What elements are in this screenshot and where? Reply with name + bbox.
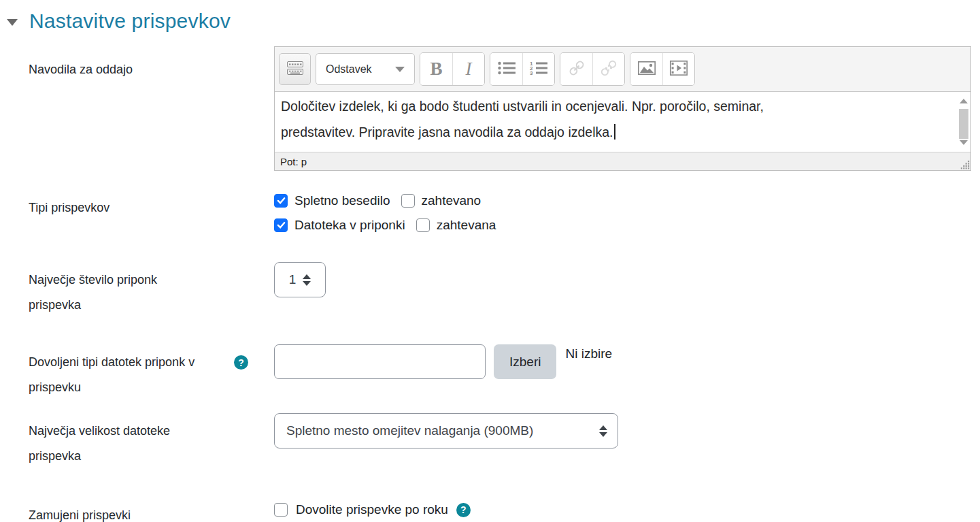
- submission-settings-section: Nastavitve prispevkov Navodila za oddajo: [0, 0, 980, 522]
- check-icon: [277, 196, 286, 205]
- select-spinner-icon: [303, 274, 311, 286]
- max-attachments-value: 1: [289, 272, 297, 287]
- insert-image-button[interactable]: [630, 53, 662, 85]
- file-submission-label[interactable]: Datoteka v priponki: [294, 216, 405, 234]
- row-max-attachments: Največje število priponk prispevka 1: [0, 262, 980, 318]
- editor-content-area[interactable]: Določitev izdelek, ki ga bodo študenti u…: [275, 92, 970, 152]
- editor-status-bar: Pot: p: [275, 152, 970, 170]
- media-icon: [669, 60, 688, 79]
- bullet-list-icon: [496, 60, 517, 79]
- chevron-down-icon: [395, 67, 405, 72]
- unlink-icon: [600, 59, 618, 80]
- file-types-input[interactable]: [274, 344, 486, 379]
- submission-type-row-online-text: Spletno besedilo zahtevano: [274, 191, 980, 210]
- list-button-group: 123: [490, 52, 555, 86]
- section-header: Nastavitve prispevkov: [7, 10, 980, 33]
- toolbar-toggle-icon: [286, 61, 305, 78]
- editor-text-line1: Določitev izdelek, ki ga bodo študenti u…: [281, 99, 764, 114]
- link-icon: [568, 59, 586, 80]
- numbered-list-icon: 123: [528, 60, 549, 79]
- format-button-group: B I: [420, 52, 485, 86]
- accepted-file-types-label: Dovoljeni tipi datotek priponk v prispev…: [0, 344, 274, 400]
- editor-toolbar: Odstavek B I: [275, 47, 970, 92]
- online-text-checkbox[interactable]: [274, 194, 288, 208]
- max-attachments-label: Največje število priponk prispevka: [0, 262, 274, 318]
- row-submission-types: Tipi prispevkov Spletno besedilo zahteva…: [0, 191, 980, 240]
- row-accepted-file-types: Dovoljeni tipi datotek priponk v prispev…: [0, 344, 980, 400]
- file-submission-required-checkbox[interactable]: [416, 218, 430, 232]
- instructions-label: Navodila za oddajo: [0, 46, 274, 82]
- check-icon: [277, 221, 286, 229]
- image-icon: [637, 60, 656, 79]
- section-title[interactable]: Nastavitve prispevkov: [29, 10, 231, 33]
- toolbar-toggle-button[interactable]: [279, 53, 311, 85]
- bold-icon: B: [430, 59, 442, 80]
- online-text-required-label[interactable]: zahtevano: [422, 191, 481, 210]
- editor-text: Določitev izdelek, ki ga bodo študenti u…: [275, 92, 970, 146]
- submission-types-label: Tipi prispevkov: [0, 191, 274, 221]
- numbered-list-button[interactable]: 123: [522, 53, 554, 85]
- paragraph-format-value: Odstavek: [326, 63, 372, 76]
- file-submission-checkbox[interactable]: [274, 218, 288, 232]
- italic-button[interactable]: I: [452, 53, 484, 85]
- help-icon[interactable]: ?: [456, 503, 471, 517]
- submission-type-row-file: Datoteka v priponki zahtevana: [274, 216, 980, 234]
- max-file-size-value: Spletno mesto omejitev nalaganja (900MB): [286, 423, 533, 438]
- file-types-status: Ni izbire: [565, 346, 612, 361]
- scrollbar-thumb[interactable]: [959, 109, 968, 139]
- collapse-caret-icon[interactable]: [7, 19, 18, 26]
- row-late-submissions: Zamujeni prispevki Dovolite prispevke po…: [0, 500, 980, 522]
- insert-media-button[interactable]: [662, 53, 694, 85]
- svg-text:3: 3: [530, 70, 533, 76]
- help-icon[interactable]: ?: [234, 355, 248, 370]
- file-submission-required-label[interactable]: zahtevana: [437, 216, 496, 234]
- editor-scrollbar[interactable]: [958, 93, 969, 150]
- bold-button[interactable]: B: [420, 53, 452, 85]
- row-submission-instructions: Navodila za oddajo: [0, 46, 980, 171]
- max-file-size-label: Največja velikost datoteke prispevka: [0, 413, 274, 469]
- editor-path: Pot: p: [280, 156, 307, 167]
- late-submissions-checkbox[interactable]: [274, 503, 288, 517]
- bullet-list-button[interactable]: [490, 53, 522, 85]
- resize-grip-icon[interactable]: [960, 160, 970, 169]
- text-caret: [614, 124, 615, 140]
- row-max-file-size: Največja velikost datoteke prispevka Spl…: [0, 413, 980, 469]
- scroll-down-icon[interactable]: [960, 140, 968, 145]
- late-submissions-option-label[interactable]: Dovolite prispevke po roku: [296, 502, 448, 517]
- select-spinner-icon: [599, 425, 607, 437]
- max-attachments-select[interactable]: 1: [274, 262, 326, 297]
- late-submissions-label: Zamujeni prispevki: [0, 500, 274, 522]
- rich-text-editor: Odstavek B I: [274, 46, 971, 171]
- italic-icon: I: [463, 59, 475, 80]
- online-text-label[interactable]: Spletno besedilo: [294, 191, 390, 210]
- link-button-group: [560, 52, 625, 86]
- media-button-group: [630, 52, 695, 86]
- editor-text-line2: predstavitev. Pripravite jasna navodila …: [281, 125, 613, 140]
- link-button[interactable]: [560, 53, 592, 85]
- online-text-required-checkbox[interactable]: [401, 194, 415, 208]
- scroll-up-icon[interactable]: [960, 99, 968, 103]
- unlink-button[interactable]: [592, 53, 624, 85]
- max-file-size-select[interactable]: Spletno mesto omejitev nalaganja (900MB): [274, 413, 618, 448]
- paragraph-format-select[interactable]: Odstavek: [316, 53, 415, 85]
- choose-file-types-button[interactable]: Izberi: [494, 344, 556, 379]
